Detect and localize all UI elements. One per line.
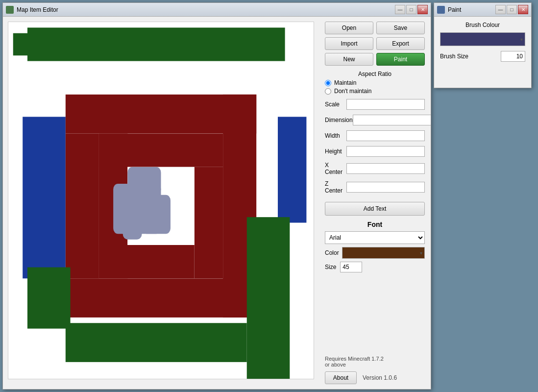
size-label: Size	[325, 264, 336, 270]
xcenter-input[interactable]	[346, 163, 425, 174]
paint-window-title: Paint	[448, 6, 495, 13]
minimize-button[interactable]: —	[395, 5, 405, 14]
font-section-label: Font	[325, 220, 425, 228]
bottom-row: About Version 1.0.6	[325, 371, 425, 384]
svg-rect-1	[27, 27, 285, 61]
font-select[interactable]: Arial	[325, 231, 425, 244]
size-row: Size	[325, 262, 425, 272]
color-dropdown-arrow-icon: ▾	[420, 250, 422, 256]
svg-rect-16	[127, 167, 161, 195]
aspect-ratio-section: Aspect Ratio Maintain Don't maintain	[325, 71, 425, 96]
paint-window-icon	[437, 6, 445, 14]
scale-row: Scale	[325, 99, 425, 110]
scale-label: Scale	[325, 101, 346, 108]
scale-input[interactable]	[346, 99, 425, 110]
width-input[interactable]	[346, 130, 425, 141]
export-button[interactable]: Export	[376, 37, 425, 50]
close-button[interactable]: ✕	[417, 5, 428, 14]
right-panel: Open Save Import Export New Paint Aspect…	[319, 17, 431, 389]
width-row: Width	[325, 130, 425, 141]
main-title-bar: Map Item Editor — □ ✕	[3, 3, 431, 17]
new-button[interactable]: New	[325, 53, 373, 66]
maximize-button[interactable]: □	[406, 5, 416, 14]
save-button[interactable]: Save	[376, 22, 425, 34]
height-label: Height	[325, 148, 346, 155]
zcenter-input[interactable]	[346, 182, 425, 193]
new-paint-row: New Paint	[325, 53, 425, 66]
paint-title-buttons: — □ ✕	[495, 5, 528, 14]
color-label: Color	[325, 249, 339, 256]
svg-rect-17	[142, 195, 171, 234]
dont-maintain-radio-row: Don't maintain	[325, 88, 425, 95]
brush-size-row: Brush Size	[440, 51, 525, 62]
import-button[interactable]: Import	[325, 37, 373, 50]
main-window-icon	[6, 6, 14, 14]
paint-minimize-button[interactable]: —	[495, 5, 506, 14]
svg-rect-3	[278, 117, 306, 222]
svg-rect-20	[66, 323, 247, 362]
main-window-title: Map Item Editor	[17, 6, 395, 13]
dimension-row: Dimension	[325, 115, 425, 125]
open-button[interactable]: Open	[325, 22, 373, 34]
brush-size-input[interactable]	[501, 51, 525, 62]
paint-window: Paint — □ ✕ Brush Colour ▾ Brush Size	[434, 2, 532, 88]
title-bar-buttons: — □ ✕	[395, 5, 428, 14]
import-export-row: Import Export	[325, 37, 425, 50]
requires-text: Requires Minecraft 1.7.2or above	[325, 356, 425, 368]
maintain-label: Maintain	[334, 79, 356, 86]
open-save-row: Open Save	[325, 22, 425, 34]
dimension-input[interactable]	[353, 115, 431, 125]
brush-colour-picker[interactable]: ▾	[440, 32, 525, 46]
width-label: Width	[325, 132, 346, 139]
svg-rect-13	[99, 245, 195, 278]
maintain-radio[interactable]	[325, 80, 331, 86]
paint-content: Brush Colour ▾ Brush Size	[434, 17, 531, 67]
paint-button[interactable]: Paint	[376, 53, 425, 66]
dont-maintain-radio[interactable]	[325, 88, 331, 95]
color-row: Color ▾	[325, 247, 425, 259]
zcenter-row: Z Center	[325, 180, 425, 194]
main-window: Map Item Editor — □ ✕	[2, 2, 431, 390]
about-button[interactable]: About	[325, 371, 357, 384]
paint-title-bar: Paint — □ ✕	[434, 3, 531, 17]
svg-rect-21	[27, 268, 71, 329]
xcenter-row: X Center	[325, 162, 425, 175]
paint-close-button[interactable]: ✕	[518, 5, 528, 14]
brush-size-label: Brush Size	[440, 53, 468, 60]
size-input[interactable]	[340, 262, 362, 272]
zcenter-label: Z Center	[325, 180, 346, 194]
svg-rect-19	[247, 217, 290, 379]
aspect-ratio-label: Aspect Ratio	[325, 71, 425, 77]
version-section: Requires Minecraft 1.7.2or above About V…	[325, 352, 425, 384]
map-canvas[interactable]	[8, 22, 314, 379]
dont-maintain-label: Don't maintain	[334, 88, 371, 95]
brush-colour-dropdown-arrow-icon: ▾	[520, 37, 523, 42]
svg-rect-12	[195, 167, 223, 279]
paint-maximize-button[interactable]: □	[507, 5, 517, 14]
canvas-area	[3, 17, 319, 389]
brush-colour-label: Brush Colour	[440, 22, 525, 28]
dimension-label: Dimension	[325, 117, 353, 123]
color-picker[interactable]: ▾	[342, 247, 425, 259]
height-row: Height	[325, 146, 425, 157]
main-content: Open Save Import Export New Paint Aspect…	[3, 17, 431, 389]
maintain-radio-row: Maintain	[325, 79, 425, 86]
svg-rect-2	[13, 33, 32, 56]
svg-rect-4	[23, 117, 66, 278]
svg-rect-18	[123, 212, 142, 240]
map-svg	[8, 22, 314, 379]
add-text-button[interactable]: Add Text	[325, 202, 425, 216]
font-section: Font Arial Color ▾ Size	[325, 220, 425, 276]
xcenter-label: X Center	[325, 162, 346, 175]
height-input[interactable]	[346, 146, 425, 157]
svg-rect-7	[66, 278, 256, 318]
svg-rect-8	[66, 134, 99, 279]
version-text: Version 1.0.6	[363, 374, 397, 381]
